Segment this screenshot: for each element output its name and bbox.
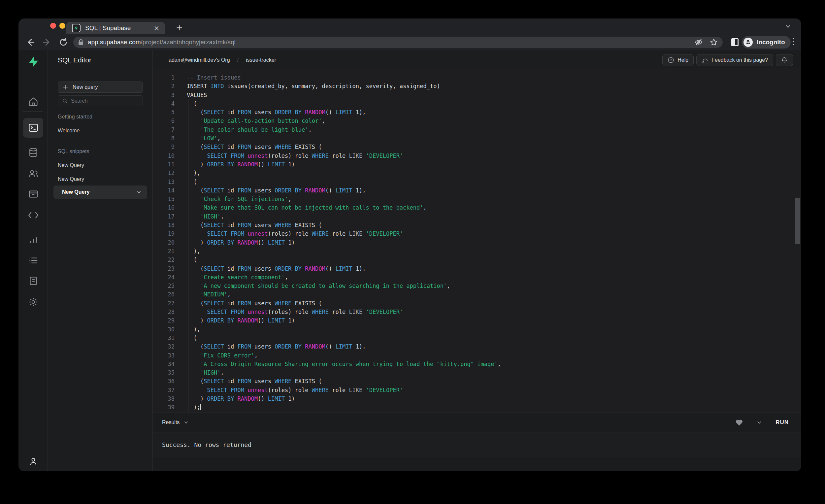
side-panel-icon[interactable] xyxy=(731,38,739,46)
code-line[interactable]: 2INSERT INTO issues(created_by, summary,… xyxy=(153,82,801,90)
code-line[interactable]: 36 (SELECT id FROM users WHERE EXISTS ( xyxy=(153,377,801,385)
privacy-eye-off-icon[interactable] xyxy=(694,38,703,47)
snippet-search[interactable] xyxy=(58,95,143,106)
code-line[interactable]: 12 ), xyxy=(153,169,801,177)
code-line[interactable]: 39 ); xyxy=(153,403,801,412)
code-line[interactable]: 10 SELECT FROM unnest(roles) role WHERE … xyxy=(153,151,801,160)
incognito-label: Incognito xyxy=(757,39,785,46)
feedback-button[interactable]: Feedback on this page? xyxy=(696,54,773,66)
rail-database-icon[interactable] xyxy=(18,145,48,160)
code-line[interactable]: 24 'Create search component', xyxy=(153,273,801,282)
forward-icon[interactable] xyxy=(42,38,52,47)
project-topbar: adam@windmill.dev's Org / issue-tracker … xyxy=(153,50,801,70)
rail-logs-icon[interactable] xyxy=(18,253,48,268)
code-line[interactable]: 15 'Check for SQL injections', xyxy=(153,195,801,203)
code-line[interactable]: 21 ), xyxy=(153,247,801,256)
address-bar[interactable]: app.supabase.com/project/azahtnhqohyjerz… xyxy=(73,37,723,48)
rail-storage-icon[interactable] xyxy=(18,187,48,201)
tab-close-icon[interactable]: × xyxy=(154,24,159,32)
bell-icon xyxy=(781,57,788,63)
rail-api-docs-icon[interactable] xyxy=(18,274,48,288)
code-line[interactable]: 25 'A new component should be created to… xyxy=(153,282,801,290)
sidebar-item-welcome[interactable]: Welcome xyxy=(58,128,80,134)
svg-text:?: ? xyxy=(670,58,672,62)
code-line[interactable]: 3VALUES xyxy=(153,91,801,99)
rail-home-icon[interactable] xyxy=(18,94,48,109)
code-line[interactable]: 13 ( xyxy=(153,177,801,186)
rail-auth-users-icon[interactable] xyxy=(18,166,48,181)
browser-tab[interactable]: SQL | Supabase × xyxy=(66,22,165,34)
code-line[interactable]: 28 SELECT FROM unnest(roles) role WHERE … xyxy=(153,308,801,316)
rail-divider xyxy=(23,228,43,228)
code-line[interactable]: 20 ) ORDER BY RANDOM() LIMIT 1) xyxy=(153,238,801,247)
macos-close-button[interactable] xyxy=(50,23,56,29)
search-icon xyxy=(62,98,68,103)
supabase-favicon-icon xyxy=(72,24,80,32)
sql-code-editor[interactable]: 1-- Insert issues2INSERT INTO issues(cre… xyxy=(153,70,801,413)
rail-reports-icon[interactable] xyxy=(18,233,48,247)
breadcrumb-project[interactable]: issue-tracker xyxy=(246,57,276,63)
supabase-logo-icon[interactable] xyxy=(18,55,48,69)
url-text: app.supabase.com/project/azahtnhqohyjerz… xyxy=(88,39,688,46)
sidebar-item-snippet[interactable]: New Query xyxy=(58,176,84,182)
speech-bubble-icon xyxy=(701,57,708,63)
back-icon[interactable] xyxy=(26,38,35,47)
rail-edge-functions-icon[interactable] xyxy=(18,208,48,222)
bookmark-star-icon[interactable] xyxy=(709,38,718,47)
code-line[interactable]: 30 ), xyxy=(153,325,801,334)
macos-minimize-button[interactable] xyxy=(59,23,65,29)
help-button[interactable]: ? Help xyxy=(662,54,694,66)
code-line[interactable]: 33 'Fix CORS error', xyxy=(153,351,801,360)
code-line[interactable]: 23 (SELECT id FROM users ORDER BY RANDOM… xyxy=(153,264,801,273)
code-line[interactable]: 27 (SELECT id FROM users WHERE EXISTS ( xyxy=(153,299,801,308)
rail-settings-gear-icon[interactable] xyxy=(18,295,48,309)
new-query-button[interactable]: New query xyxy=(58,81,143,93)
run-button[interactable]: RUN xyxy=(775,419,789,426)
chevron-down-icon[interactable] xyxy=(136,189,142,195)
favorite-heart-icon[interactable] xyxy=(735,419,743,426)
breadcrumb-org[interactable]: adam@windmill.dev's Org xyxy=(169,57,230,63)
code-line[interactable]: 32 (SELECT id FROM users ORDER BY RANDOM… xyxy=(153,342,801,351)
help-button-label: Help xyxy=(677,57,688,63)
results-dropdown[interactable]: Results xyxy=(162,420,189,425)
editor-scrollbar-thumb[interactable] xyxy=(795,198,800,244)
new-tab-icon[interactable]: + xyxy=(176,22,182,33)
code-line[interactable]: 9 (SELECT id FROM users WHERE EXISTS ( xyxy=(153,143,801,151)
search-input[interactable] xyxy=(71,98,130,104)
new-query-button-label: New query xyxy=(73,84,98,90)
sidebar-header: SQL Editor xyxy=(48,50,152,70)
code-line[interactable]: 17 'HIGH', xyxy=(153,212,801,221)
code-line[interactable]: 22 ( xyxy=(153,256,801,264)
rail-sql-editor-icon-active[interactable] xyxy=(23,118,43,138)
code-line[interactable]: 38 ) ORDER BY RANDOM() LIMIT 1) xyxy=(153,394,801,403)
tab-search-chevron-icon[interactable] xyxy=(785,23,791,30)
code-line[interactable]: 4 ( xyxy=(153,99,801,108)
rail-account-icon[interactable] xyxy=(18,454,48,469)
incognito-spy-icon xyxy=(744,38,753,47)
code-line[interactable]: 37 SELECT FROM unnest(roles) role WHERE … xyxy=(153,386,801,394)
code-line[interactable]: 1-- Insert issues xyxy=(153,73,801,82)
code-line[interactable]: 6 'Update call-to-action button color', xyxy=(153,117,801,125)
code-line[interactable]: 14 (SELECT id FROM users ORDER BY RANDOM… xyxy=(153,186,801,195)
reload-icon[interactable] xyxy=(59,38,68,47)
code-line[interactable]: 16 'Make sure that SQL can not be inject… xyxy=(153,203,801,212)
notifications-button[interactable] xyxy=(776,54,793,66)
code-line[interactable]: 8 'LOW', xyxy=(153,134,801,143)
run-options-chevron-icon[interactable] xyxy=(756,420,762,425)
code-line[interactable]: 18 (SELECT id FROM users WHERE EXISTS ( xyxy=(153,221,801,229)
nav-rail xyxy=(18,50,48,471)
browser-menu-icon[interactable]: ⋮ xyxy=(790,36,798,47)
code-line[interactable]: 29 ) ORDER BY RANDOM() LIMIT 1) xyxy=(153,316,801,325)
text-cursor xyxy=(200,404,201,410)
code-line[interactable]: 34 'A Cross Origin Resource Sharing erro… xyxy=(153,360,801,368)
code-line[interactable]: 35 'HIGH', xyxy=(153,368,801,377)
sidebar-item-snippet-selected[interactable]: New Query xyxy=(54,186,147,199)
code-line[interactable]: 19 SELECT FROM unnest(roles) role WHERE … xyxy=(153,229,801,238)
browser-toolbar: app.supabase.com/project/azahtnhqohyjerz… xyxy=(18,34,801,50)
code-line[interactable]: 26 'MEDIUM', xyxy=(153,290,801,299)
code-line[interactable]: 7 'The color should be light blue', xyxy=(153,126,801,134)
code-line[interactable]: 11 ) ORDER BY RANDOM() LIMIT 1) xyxy=(153,160,801,169)
code-line[interactable]: 31 ( xyxy=(153,334,801,342)
sidebar-item-snippet[interactable]: New Query xyxy=(58,162,84,168)
code-line[interactable]: 5 (SELECT id FROM users ORDER BY RANDOM(… xyxy=(153,108,801,117)
